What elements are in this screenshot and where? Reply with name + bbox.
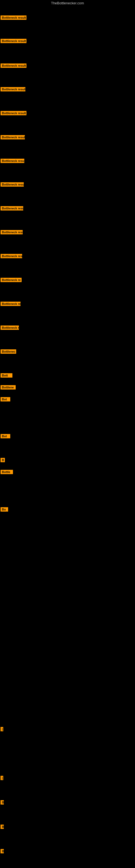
bottleneck-badge-20: Bottle xyxy=(1,470,13,474)
bottleneck-badge-17: Bot xyxy=(1,397,10,401)
bottleneck-badge-23: | xyxy=(1,776,3,780)
bottleneck-badge-9: Bottleneck resu xyxy=(1,230,23,235)
bottleneck-badge-15: Bott xyxy=(1,373,12,378)
bottleneck-badge-12: Bottleneck re xyxy=(1,302,20,306)
bottleneck-badge-21: Bo xyxy=(1,507,8,512)
bottleneck-badge-5: Bottleneck resul xyxy=(1,135,25,140)
bottleneck-badge-16: Bottlene xyxy=(1,385,16,390)
bottleneck-badge-24: B xyxy=(1,800,4,805)
bottleneck-badge-2: Bottleneck result xyxy=(1,63,27,68)
bottleneck-badge-7: Bottleneck resul xyxy=(1,182,24,187)
bottleneck-badge-0: Bottleneck result xyxy=(1,16,27,20)
bottleneck-badge-6: Bottleneck result xyxy=(1,159,24,163)
bottleneck-badge-14: Bottlenec xyxy=(1,349,16,354)
bottleneck-badge-26: B xyxy=(1,849,4,854)
bottleneck-badge-18: Bot xyxy=(1,434,10,438)
bottleneck-badge-25: B xyxy=(1,825,4,829)
site-title: TheBottlenecker.com xyxy=(0,0,135,7)
bottleneck-badge-22: | xyxy=(1,727,3,731)
bottleneck-badge-3: Bottleneck result xyxy=(1,87,26,91)
bottleneck-badge-4: Bottleneck result xyxy=(1,111,27,115)
bottleneck-badge-13: Bottleneck r xyxy=(1,326,19,330)
bottleneck-badge-8: Bottleneck resu xyxy=(1,206,23,211)
bottleneck-badge-19: B xyxy=(1,458,5,462)
bottleneck-badge-10: Bottleneck res xyxy=(1,254,22,258)
bottleneck-badge-1: Bottleneck result xyxy=(1,39,27,43)
bottleneck-badge-11: Bottleneck re xyxy=(1,278,21,282)
